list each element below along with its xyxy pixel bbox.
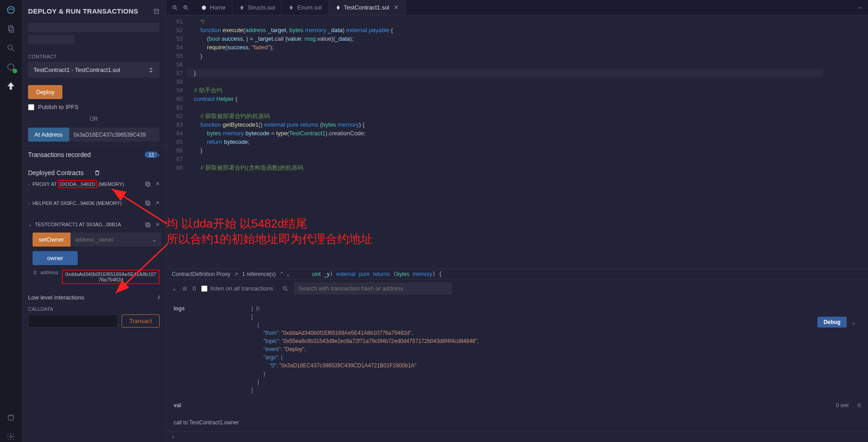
setowner-input[interactable] <box>71 233 147 247</box>
copy-icon[interactable] <box>145 200 151 206</box>
search-icon[interactable] <box>5 43 16 53</box>
icon-rail <box>0 0 22 442</box>
terminal-footer: › <box>166 431 868 442</box>
chevron-right-icon: › <box>158 152 160 158</box>
owner-button[interactable]: owner <box>33 251 78 265</box>
deploy-button[interactable]: Deploy <box>28 85 62 99</box>
listen-checkbox-row[interactable]: listen on all transactions <box>201 285 273 292</box>
calldata-label: CALLDATA <box>22 306 166 312</box>
ref-count: 1 reference(s) <box>242 271 276 277</box>
ref-down-icon[interactable]: ⌄ <box>286 271 290 277</box>
terminal-search-input[interactable] <box>294 282 452 295</box>
tab-home[interactable]: Home <box>194 0 232 15</box>
deployed-header: Deployed Contracts <box>22 164 166 178</box>
close-icon[interactable]: ✕ <box>156 222 160 228</box>
svg-rect-6 <box>154 9 158 13</box>
proxy-contract-row[interactable]: › PROXY AT 0XDDA...5482D (MEMORY) ✕ <box>22 178 166 190</box>
clear-icon[interactable]: ⊘ <box>182 285 187 292</box>
listen-checkbox[interactable] <box>201 285 208 292</box>
solidity-icon <box>335 5 341 11</box>
files-icon[interactable] <box>5 24 16 34</box>
svg-rect-12 <box>147 224 150 227</box>
listen-label: listen on all transactions <box>210 285 273 292</box>
copy-icon[interactable]: ⎘ <box>858 401 861 409</box>
at-address-input[interactable] <box>69 128 160 142</box>
output-index: 0: <box>33 270 38 275</box>
chevron-right-icon: › <box>28 200 30 206</box>
minimap[interactable]: */ function execute(address _target, byt… <box>823 15 868 269</box>
share-icon[interactable]: ↗ <box>234 271 238 277</box>
terminal-body[interactable]: logs } ⎘ [ { "from": "0xddaAd340b0f <box>166 297 868 431</box>
transact-button[interactable]: Transact <box>122 314 160 328</box>
svg-point-0 <box>8 7 14 14</box>
proxy-address-highlight: 0XDDA...5482D <box>58 180 97 188</box>
tab-testcontract1[interactable]: TestContract1.sol ✕ <box>329 0 406 15</box>
close-icon[interactable]: ✕ <box>156 200 160 206</box>
info-icon[interactable]: i <box>158 294 160 301</box>
debug-row: Debug ⌄ <box>817 317 856 328</box>
solidity-icon <box>239 5 245 11</box>
settings-icon[interactable] <box>5 431 16 442</box>
terminal-toolbar: ⌄ ⊘ 0 listen on all transactions <box>166 280 868 297</box>
status-badge-icon <box>13 69 17 73</box>
contract-label: CONTRACT <box>28 54 160 59</box>
svg-rect-11 <box>146 201 149 204</box>
svg-rect-2 <box>10 27 14 33</box>
terminal-collapse-icon[interactable]: ⌄ <box>172 285 177 292</box>
plugin-icon[interactable] <box>5 412 16 423</box>
deploy-icon[interactable] <box>5 81 16 91</box>
svg-rect-13 <box>146 223 149 226</box>
editor[interactable]: 515253545556575859606162636465666768 */ … <box>166 15 868 269</box>
solidity-icon <box>288 5 294 11</box>
home-icon <box>201 5 207 11</box>
at-address-button[interactable]: At Address <box>28 128 69 142</box>
breadcrumb: ContractDefinition Proxy ↗ 1 reference(s… <box>166 269 868 279</box>
deployed-title: Deployed Contracts <box>28 169 94 176</box>
helper-label: HELPER AT 0X0FC...9A836 (MEMORY) <box>33 200 142 206</box>
svg-point-5 <box>10 436 12 438</box>
publish-ipfs-row[interactable]: Publish to IPFS <box>28 104 160 110</box>
helper-contract-row[interactable]: › HELPER AT 0X0FC...9A836 (MEMORY) ✕ <box>22 197 166 209</box>
env-skeleton <box>22 19 166 50</box>
setowner-expand-icon[interactable]: ⌄ <box>147 233 161 247</box>
updown-icon <box>148 67 154 73</box>
output-value-highlight: 0xddaAd340b0f1Ef65169Ae5E41A8b10776a7548… <box>62 270 160 284</box>
chevron-right-icon[interactable]: › <box>172 433 174 440</box>
publish-ipfs-checkbox[interactable] <box>28 104 34 110</box>
lowlevel-title: Low level interactions <box>28 294 158 301</box>
zoom-controls <box>166 5 194 11</box>
code-area[interactable]: */ function execute(address _target, byt… <box>187 15 823 269</box>
trash-icon[interactable] <box>94 170 160 176</box>
calldata-input[interactable] <box>28 314 118 328</box>
tab-enum[interactable]: Enum.sol <box>282 0 328 15</box>
tx-recorded-accordion[interactable]: Transactions recorded 12 › <box>22 145 166 164</box>
setowner-button[interactable]: setOwner <box>33 233 71 247</box>
svg-point-3 <box>8 45 12 49</box>
svg-rect-10 <box>147 202 150 205</box>
logo-icon[interactable] <box>5 5 16 15</box>
svg-rect-8 <box>147 183 150 186</box>
breadcrumb-trail: uint _y) external pure returns (bytes me… <box>312 271 442 277</box>
svg-line-23 <box>286 289 288 290</box>
output-type: address: <box>40 270 59 275</box>
tab-structs[interactable]: Structs.sol <box>232 0 282 15</box>
zoom-out-icon[interactable] <box>172 5 178 11</box>
setowner-row: setOwner ⌄ <box>33 233 160 247</box>
contract-select[interactable]: TestContract1 - TestContract1.sol <box>28 62 160 78</box>
copy-icon[interactable] <box>145 181 151 187</box>
zoom-in-icon[interactable] <box>183 5 189 11</box>
chevron-down-icon: ⌄ <box>28 222 32 228</box>
copy-icon[interactable] <box>145 222 151 228</box>
chevron-down-icon[interactable]: ⌄ <box>851 319 856 326</box>
debug-button[interactable]: Debug <box>817 317 847 328</box>
search-icon[interactable] <box>282 285 288 292</box>
panel-collapse-icon[interactable] <box>153 8 160 14</box>
testcontract1-row[interactable]: ⌄ TESTCONTRACT1 AT 0X3AD...00B1A ✕ <box>22 219 166 231</box>
at-address-row: At Address <box>28 128 160 142</box>
close-icon[interactable]: ✕ <box>394 4 399 11</box>
ref-up-icon[interactable]: ⌃ <box>279 271 284 277</box>
close-icon[interactable]: ✕ <box>156 181 160 187</box>
logs-label: logs <box>174 304 192 313</box>
compile-icon[interactable] <box>5 62 16 72</box>
expand-icon[interactable]: ↔ <box>851 4 868 11</box>
